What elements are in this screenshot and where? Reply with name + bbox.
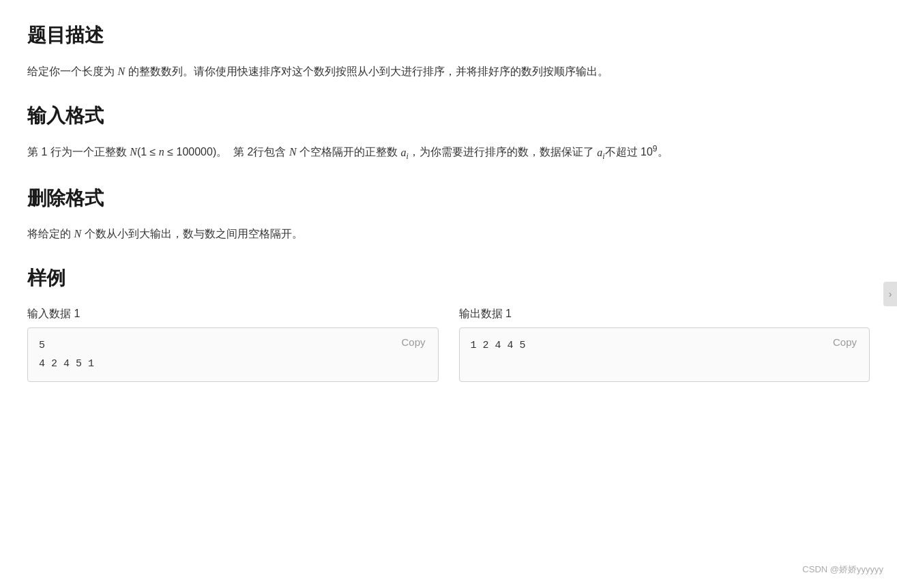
description-body: 给定你一个长度为 N 的整数数列。请你使用快速排序对这个数列按照从小到大进行排序… bbox=[27, 62, 870, 82]
section-title-output-format: 删除格式 bbox=[27, 183, 870, 214]
output-data-1-label: 输出数据 1 bbox=[459, 305, 870, 323]
output-data-1-box: 1 2 4 4 5 Copy bbox=[459, 327, 870, 382]
math-ai2: ai bbox=[597, 147, 604, 158]
samples-grid: 输入数据 1 5 4 2 4 5 1 Copy 输出数据 1 1 2 4 4 5… bbox=[27, 305, 870, 383]
section-title-samples: 样例 bbox=[27, 263, 870, 294]
input-data-1-box: 5 4 2 4 5 1 Copy bbox=[27, 327, 439, 382]
input-data-1-column: 输入数据 1 5 4 2 4 5 1 Copy bbox=[27, 305, 439, 383]
output-data-1-content: 1 2 4 4 5 bbox=[471, 336, 859, 355]
page-container: 题目描述 给定你一个长度为 N 的整数数列。请你使用快速排序对这个数列按照从小到… bbox=[0, 0, 897, 423]
math-pow: 9 bbox=[653, 144, 658, 153]
input-data-1-label: 输入数据 1 bbox=[27, 305, 439, 323]
copy-input-1-button[interactable]: Copy bbox=[397, 335, 429, 349]
math-N: N bbox=[117, 65, 125, 77]
math-N2: N bbox=[130, 147, 137, 158]
copy-output-1-button[interactable]: Copy bbox=[829, 335, 861, 349]
section-title-input-format: 输入格式 bbox=[27, 101, 870, 132]
math-N3: N bbox=[289, 147, 297, 158]
output-format-body: 将给定的 N 个数从小到大输出，数与数之间用空格隔开。 bbox=[27, 224, 870, 244]
math-N4: N bbox=[74, 228, 81, 239]
math-ai: ai bbox=[400, 147, 408, 158]
input-data-1-content: 5 4 2 4 5 1 bbox=[39, 336, 427, 373]
output-data-1-column: 输出数据 1 1 2 4 4 5 Copy bbox=[459, 305, 870, 383]
math-n-var: n bbox=[159, 147, 164, 158]
right-arrow-icon[interactable]: › bbox=[883, 282, 897, 306]
section-title-description: 题目描述 bbox=[27, 20, 870, 51]
samples-section: 输入数据 1 5 4 2 4 5 1 Copy 输出数据 1 1 2 4 4 5… bbox=[27, 305, 870, 383]
input-format-body: 第 1 行为一个正整数 N(1 ≤ n ≤ 100000)。 第 2行包含 N … bbox=[27, 142, 870, 164]
